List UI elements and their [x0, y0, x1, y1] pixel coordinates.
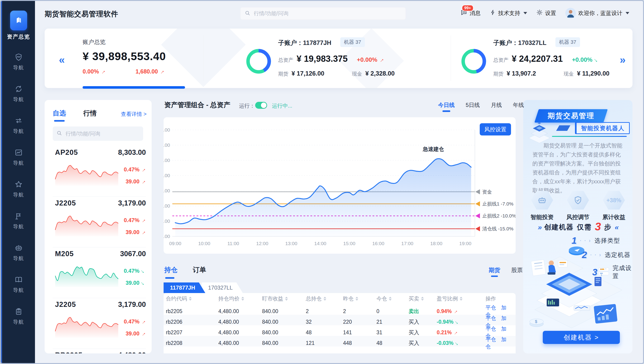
tab-stocks[interactable]: 股票 [511, 266, 523, 274]
list-item[interactable]: J2205 3,179.00 0.47% 39.00 [53, 298, 146, 349]
promo-description: 期货交易管理 是一个开放式智能资管平台，为广大投资者提供多样化的资产管理解决方案… [532, 141, 624, 195]
sidebar-item-5[interactable]: 导航 [2, 173, 35, 205]
view-details-link[interactable]: 查看详情 > [121, 111, 146, 118]
run-status: 运行中... [272, 102, 292, 109]
sidebar-item-3[interactable]: 导航 [2, 110, 35, 142]
gear-icon [536, 9, 543, 17]
carousel-indicator[interactable] [82, 86, 185, 89]
column-header[interactable]: 盯市收益 [260, 295, 304, 302]
user-menu[interactable]: 欢迎你，蓝蓝设计 [565, 8, 629, 19]
column-header[interactable]: 今仓 [374, 295, 406, 302]
chevron-down-icon [524, 12, 527, 14]
close-position-link[interactable]: 平仓 [486, 326, 496, 332]
account-tab-170327LL[interactable]: 170327LL [202, 282, 243, 293]
sidebar-item-label: 导航 [13, 64, 24, 71]
list-item[interactable]: AP205 8,303.00 0.47% 39.00 [53, 146, 146, 197]
list-item[interactable]: M205 3067.00 0.47% 39.00 [53, 247, 146, 298]
sub-total-value: ¥ 19,983.375 [296, 54, 348, 64]
sort-icon [356, 297, 358, 301]
risk-settings-button[interactable]: 风控设置 [480, 123, 511, 135]
carousel-prev-button[interactable] [59, 54, 65, 65]
page-title: 期货智能交易管理软件 [45, 9, 118, 19]
contract-change-pct: 0.47% [124, 268, 146, 274]
settings-button[interactable]: 设置 [536, 9, 556, 17]
svg-text:8.00: 8.00 [164, 188, 170, 193]
global-search-input[interactable] [253, 10, 402, 17]
sub-account-card-2[interactable]: 子账户：170327LL 机器 37 总资产 ¥ 24,2207.31 +0.0… [447, 29, 632, 88]
contract-change-pct: 0.47% [124, 318, 146, 325]
promo-subtitle-box: 智能投资机器人 [575, 122, 630, 134]
sort-icon [421, 297, 424, 301]
column-header[interactable]: 盈亏比例 [434, 295, 483, 302]
close-position-link[interactable]: 平仓 [486, 305, 496, 311]
cell-yesterday: 2 [341, 308, 374, 314]
list-item[interactable]: J2205 3,179.00 0.47% 39.00 [53, 197, 146, 247]
run-toggle[interactable] [255, 102, 267, 109]
sidebar-item-8[interactable]: 导航 [2, 269, 35, 301]
column-header[interactable]: 持仓均价 [216, 295, 260, 302]
svg-text:止损线2 -10.0%: 止损线2 -10.0% [482, 213, 516, 218]
support-label: 技术支持 [498, 10, 520, 17]
contract-change-val: 39.00 [126, 330, 146, 337]
table-row[interactable]: rb2206 4,480.00 840.00 32 220 21 买入 -0.9… [164, 315, 516, 325]
sparkline-chart [54, 315, 119, 338]
tab-month-line[interactable]: 月线 [491, 101, 502, 109]
close-position-link[interactable]: 平仓 [486, 336, 496, 342]
sidebar-item-7[interactable]: 导航 [2, 237, 35, 269]
search-icon [244, 10, 250, 17]
watchlist-search[interactable] [53, 126, 143, 141]
tab-selfselect[interactable]: 自选 [53, 109, 66, 118]
messages-button[interactable]: 99+ 消息 [460, 9, 481, 17]
sort-icon [241, 297, 244, 301]
list-item[interactable]: RB2205 4,480.00 [53, 349, 146, 353]
svg-text:清仓线 -15.0%: 清仓线 -15.0% [482, 226, 513, 231]
tab-5day-line[interactable]: 5日线 [466, 101, 480, 109]
cell-yesterday: 448 [341, 340, 374, 346]
tab-quotes[interactable]: 行情 [83, 109, 97, 118]
close-position-link[interactable]: 平仓 [486, 315, 496, 321]
futures-label: 期货 [278, 71, 288, 77]
column-header[interactable]: 买卖 [406, 295, 434, 302]
svg-text:12:00: 12:00 [256, 241, 268, 246]
dotted-arrow-icon: · · › [600, 266, 609, 278]
tab-today-line[interactable]: 今日线 [438, 101, 455, 109]
sidebar-item-assets-overview[interactable]: 资产总览 [7, 11, 30, 40]
column-header[interactable]: 合约代码 [164, 295, 216, 302]
sidebar-item-9[interactable]: 导航 [2, 301, 35, 332]
sidebar-item-6[interactable]: 导航 [2, 205, 35, 237]
global-search[interactable] [240, 7, 406, 20]
account-tab-117877JH[interactable]: 117877JH [164, 282, 205, 293]
cell-avg-price: 4,480.00 [216, 340, 260, 346]
table-row[interactable]: rb2205 4,480.00 840.00 2 2 0 卖出 0.94% 平仓… [164, 304, 516, 315]
sidebar-item-4[interactable]: 导航 [2, 142, 35, 173]
sidebar-item-1[interactable]: 导航 [2, 46, 35, 78]
cell-total: 32 [304, 319, 341, 325]
down-arrow-icon [139, 267, 148, 275]
futures-label: 期货 [493, 71, 504, 77]
machine-count-badge: 机器 37 [556, 37, 580, 47]
svg-text:5.00: 5.00 [164, 234, 170, 239]
toggle-knob [261, 103, 266, 108]
app-window: 资产总览 导航 导航 导航 导航 导航 [0, 0, 644, 364]
table-row[interactable]: rb2208 4,480.00 840.00 121 448 48 买入 -0.… [164, 336, 516, 346]
tab-futures[interactable]: 期货 [489, 266, 500, 274]
welcome-label: 欢迎你，蓝蓝设计 [578, 10, 622, 17]
machine-count-badge: 机器 37 [340, 37, 365, 47]
steps-title: » 创建机器 仅需 3 步 « [523, 222, 632, 233]
support-menu[interactable]: 技术支持 [490, 10, 527, 17]
sub-account-id: 子账户：117877JH [278, 39, 331, 47]
tab-holdings[interactable]: 持仓 [164, 265, 178, 275]
create-robot-button[interactable]: 创建机器 > [543, 331, 620, 344]
sub-account-card-1[interactable]: 子账户：117877JH 机器 37 总资产 ¥ 19,983.375 +0.0… [232, 29, 439, 88]
sidebar-item-2[interactable]: 导航 [2, 78, 35, 110]
flag-icon [15, 212, 22, 221]
column-header[interactable]: 总持仓 [304, 295, 341, 302]
total-assets-label: 总资产 [493, 57, 508, 64]
tab-year-line[interactable]: 年线 [513, 101, 524, 109]
watchlist-search-input[interactable] [65, 130, 140, 137]
column-header[interactable]: 昨仓 [341, 295, 374, 302]
tab-orders[interactable]: 订单 [193, 265, 206, 275]
cell-code: rb2207 [164, 329, 216, 336]
table-row[interactable]: rb2207 4,480.00 840.00 48 141 31 买入 0.21… [164, 325, 516, 336]
divider [552, 136, 627, 137]
